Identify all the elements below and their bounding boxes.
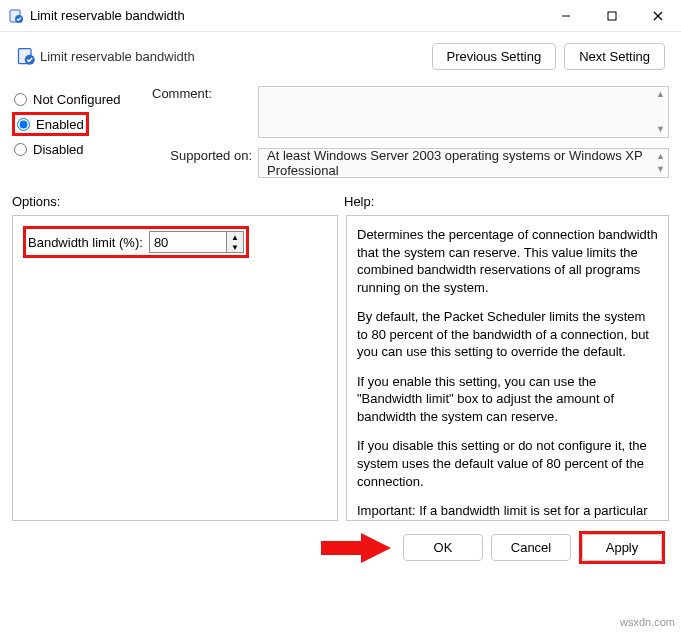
scroll-up-icon[interactable]: ▲ [656,152,665,161]
minimize-button[interactable] [543,0,589,32]
scroll-down-icon[interactable]: ▼ [656,165,665,174]
scroll-down-icon[interactable]: ▼ [656,125,665,134]
window-title: Limit reservable bandwidth [30,8,543,23]
annotation-arrow [321,533,391,563]
help-paragraph: Determines the percentage of connection … [357,226,658,296]
radio-enabled-input[interactable] [17,118,30,131]
previous-setting-button[interactable]: Previous Setting [432,43,557,70]
svg-rect-3 [608,12,616,20]
help-label: Help: [344,194,374,209]
spin-up-button[interactable]: ▲ [227,232,243,242]
ok-button[interactable]: OK [403,534,483,561]
policy-subtitle: Limit reservable bandwidth [40,49,432,64]
spin-down-button[interactable]: ▼ [227,242,243,252]
highlight-bandwidth-option: Bandwidth limit (%): ▲ ▼ [23,226,249,258]
supported-text: At least Windows Server 2003 operating s… [267,148,660,178]
policy-icon [8,8,24,24]
help-paragraph: By default, the Packet Scheduler limits … [357,308,658,361]
scroll-up-icon[interactable]: ▲ [656,90,665,99]
radio-disabled-label: Disabled [33,142,84,157]
svg-marker-8 [321,533,391,563]
header-row: Limit reservable bandwidth Previous Sett… [12,32,669,80]
radio-not-configured-label: Not Configured [33,92,120,107]
help-paragraph: If you enable this setting, you can use … [357,373,658,426]
close-button[interactable] [635,0,681,32]
title-bar: Limit reservable bandwidth [0,0,681,32]
radio-not-configured-input[interactable] [14,93,27,106]
radio-not-configured[interactable]: Not Configured [12,86,152,112]
cancel-button[interactable]: Cancel [491,534,571,561]
highlight-apply: Apply [579,531,665,564]
radio-enabled[interactable]: Enabled [17,111,84,137]
apply-button[interactable]: Apply [582,534,662,561]
bandwidth-limit-stepper[interactable]: ▲ ▼ [149,231,244,253]
radio-disabled[interactable]: Disabled [12,136,152,162]
next-setting-button[interactable]: Next Setting [564,43,665,70]
comment-box[interactable]: ▲ ▼ [258,86,669,138]
maximize-button[interactable] [589,0,635,32]
bandwidth-limit-input[interactable] [150,233,226,252]
help-paragraph: Important: If a bandwidth limit is set f… [357,502,658,521]
state-radio-group: Not Configured Enabled Disabled [12,80,152,162]
policy-icon-large [12,46,40,66]
help-paragraph: If you disable this setting or do not co… [357,437,658,490]
radio-enabled-label: Enabled [36,117,84,132]
options-pane: Bandwidth limit (%): ▲ ▼ [12,215,338,521]
options-label: Options: [12,194,344,209]
comment-label: Comment: [152,86,252,101]
highlight-enabled: Enabled [12,112,89,136]
supported-label: Supported on: [152,148,252,163]
bandwidth-limit-label: Bandwidth limit (%): [28,235,143,250]
radio-disabled-input[interactable] [14,143,27,156]
supported-box: At least Windows Server 2003 operating s… [258,148,669,178]
watermark: wsxdn.com [620,616,675,628]
footer: OK Cancel Apply [12,531,669,564]
help-pane: Determines the percentage of connection … [346,215,669,521]
